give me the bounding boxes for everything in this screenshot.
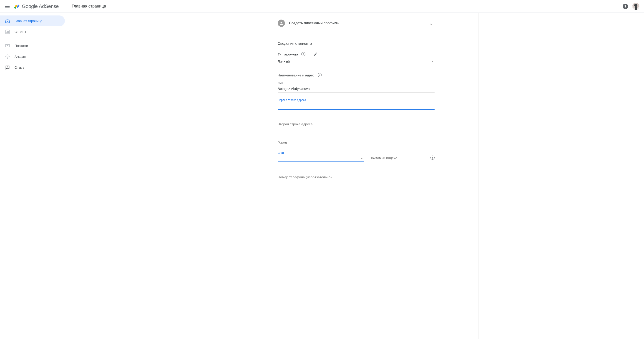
state-field-label: Штат (278, 151, 364, 154)
address2-input[interactable] (278, 121, 434, 128)
sidebar-item-label: Главная страница (14, 19, 42, 23)
state-select[interactable] (278, 155, 364, 162)
form-card: Создать платежный профиль ⌄ Сведения о к… (234, 13, 478, 339)
sidebar-item-payments[interactable]: Платежи (0, 40, 65, 51)
caret-down-icon (360, 158, 363, 159)
help-button[interactable]: ? (622, 4, 628, 9)
account-type-label: Тип аккаунта (278, 52, 298, 56)
sidebar-divider (0, 39, 68, 39)
account-type-value: Личный (278, 59, 290, 63)
gear-icon (5, 54, 10, 59)
svg-point-9 (7, 68, 8, 68)
phone-input[interactable] (278, 174, 434, 181)
sidebar: Главная страница Отчеты Платежи Аккаунт (0, 13, 68, 348)
svg-rect-4 (8, 31, 9, 33)
payments-icon (5, 43, 10, 48)
svg-point-7 (7, 56, 8, 57)
svg-point-6 (7, 45, 8, 46)
edit-account-type-button[interactable] (314, 52, 318, 56)
account-avatar[interactable] (632, 3, 640, 10)
address1-field-label: Первая строка адреса (278, 98, 434, 102)
account-type-select[interactable]: Личный (278, 58, 434, 65)
info-icon[interactable]: i (430, 156, 434, 160)
svg-rect-2 (6, 32, 7, 33)
brand-logo[interactable]: Google AdSense (14, 3, 59, 10)
main-content: Создать платежный профиль ⌄ Сведения о к… (68, 13, 644, 348)
header-divider (65, 3, 65, 10)
brand-text: Google AdSense (22, 4, 59, 9)
caret-down-icon (432, 61, 434, 62)
hamburger-menu-button[interactable] (3, 2, 12, 11)
sidebar-item-label: Отчеты (14, 30, 26, 34)
info-icon[interactable]: i (318, 73, 322, 77)
help-icon: ? (624, 4, 626, 8)
sidebar-item-reports[interactable]: Отчеты (0, 26, 65, 37)
home-icon (5, 18, 10, 24)
info-icon[interactable]: i (301, 52, 306, 56)
section-title-client-info: Сведения о клиенте (278, 42, 434, 46)
svg-rect-3 (7, 31, 8, 33)
sidebar-item-label: Платежи (14, 44, 28, 48)
sidebar-item-label: Отзыв (14, 66, 24, 69)
create-payment-profile-row[interactable]: Создать платежный профиль ⌄ (278, 17, 434, 32)
svg-point-10 (280, 22, 282, 23)
hamburger-icon (5, 5, 10, 8)
postal-code-input[interactable] (370, 155, 428, 162)
adsense-logo-icon (14, 3, 20, 10)
page-title: Главная страница (72, 4, 106, 9)
sidebar-item-home[interactable]: Главная страница (0, 16, 65, 26)
city-input[interactable] (278, 139, 434, 146)
sidebar-item-label: Аккаунт (14, 55, 26, 58)
chevron-down-icon: ⌄ (429, 20, 434, 26)
name-field-label: Имя (278, 81, 434, 84)
feedback-icon (5, 65, 10, 70)
address1-input[interactable] (278, 102, 434, 110)
sidebar-item-account[interactable]: Аккаунт (0, 51, 65, 62)
profile-row-title: Создать платежный профиль (289, 21, 429, 25)
sidebar-item-feedback[interactable]: Отзыв (0, 62, 65, 73)
person-icon (278, 20, 285, 27)
name-address-label: Наименование и адрес (278, 73, 314, 77)
name-input[interactable] (278, 85, 434, 92)
app-header: Google AdSense Главная страница ? (0, 0, 644, 13)
bar-chart-icon (5, 29, 10, 34)
svg-point-0 (14, 6, 16, 8)
